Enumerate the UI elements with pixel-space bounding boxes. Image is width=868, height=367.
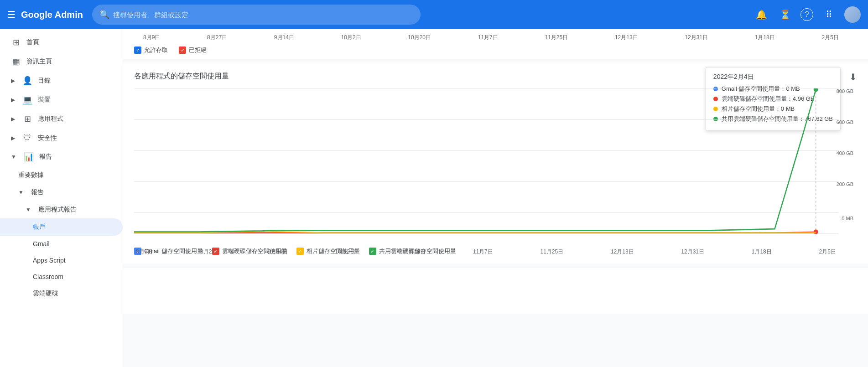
sidebar-item-label: 帳戶	[33, 223, 46, 231]
top-chart-legend: ✓ 允許存取 ✓ 已拒絕	[134, 46, 857, 54]
page-layout: ⊞ 首頁 ▦ 資訊主頁 ▶ 👤 目錄 ▶ 💻 裝置 ▶ ⊞ 應用程式 ▶ 🛡 安…	[0, 29, 868, 367]
search-input[interactable]	[113, 11, 413, 19]
app-logo: Google Admin	[21, 10, 83, 20]
topnav: ☰ Google Admin 🔍 🔔 ⏳ ? ⠿	[0, 0, 868, 29]
expand-icon: ▶	[11, 97, 15, 103]
main-content: 8月9日 8月27日 9月14日 10月2日 10月20日 11月7日 11月2…	[123, 29, 868, 367]
y-label-400: 400 GB	[837, 150, 853, 156]
sidebar-item-label: Classroom	[33, 273, 63, 280]
sidebar-item-classroom[interactable]: Classroom	[0, 269, 123, 285]
expand-icon: ▶	[11, 135, 15, 141]
download-button[interactable]: ⬇	[849, 72, 857, 83]
y-label-600: 600 GB	[837, 119, 853, 125]
expand-icon: ▼	[11, 154, 16, 160]
sidebar-item-label: Apps Script	[33, 257, 66, 264]
bottom-section	[123, 268, 868, 314]
chart-svg	[134, 88, 857, 243]
apps-icon: ⊞	[22, 114, 32, 124]
sidebar-item-label: 雲端硬碟	[33, 289, 58, 298]
expand-icon: ▼	[26, 207, 31, 213]
legend-allow-label: 允許存取	[144, 46, 168, 54]
storage-chart-section: 各應用程式的儲存空間使用量 ⬇ 2022年2月4日 Gmail 儲存空間使用量：…	[123, 62, 868, 264]
y-label-800: 800 GB	[837, 88, 853, 94]
sidebar-item-devices[interactable]: ▶ 💻 裝置	[0, 90, 123, 109]
menu-icon[interactable]: ☰	[7, 9, 16, 20]
sidebar-item-label: 資訊主頁	[26, 57, 52, 66]
sidebar-item-cloud-drive[interactable]: 雲端硬碟	[0, 285, 123, 302]
notification-icon[interactable]: 🔔	[753, 6, 769, 23]
sidebar-item-label: Gmail	[33, 240, 50, 248]
timer-icon[interactable]: ⏳	[777, 6, 793, 23]
sidebar-item-label: 裝置	[38, 96, 51, 104]
sidebar-item-gmail[interactable]: Gmail	[0, 236, 123, 252]
sidebar-item-label: 應用程式報告	[38, 206, 77, 214]
directory-icon: 👤	[22, 76, 32, 86]
sidebar-item-apps-script[interactable]: Apps Script	[0, 252, 123, 269]
sidebar-item-dashboard[interactable]: ▦ 資訊主頁	[0, 52, 123, 71]
storage-chart-x-axis: 8月9日 8月27日 9月14日 10月2日 10月20日 11月7日 11月2…	[134, 245, 857, 256]
legend-allow[interactable]: ✓ 允許存取	[134, 46, 168, 54]
sidebar-item-directory[interactable]: ▶ 👤 目錄	[0, 71, 123, 90]
sidebar-item-apps[interactable]: ▶ ⊞ 應用程式	[0, 109, 123, 129]
topnav-right: 🔔 ⏳ ? ⠿	[753, 6, 861, 23]
svg-point-7	[814, 229, 818, 234]
sidebar-item-home[interactable]: ⊞ 首頁	[0, 33, 123, 52]
sidebar-item-reports[interactable]: ▼ 📊 報告	[0, 147, 123, 166]
sidebar-item-label: 報告	[39, 153, 52, 161]
sidebar-item-label: 安全性	[38, 134, 57, 142]
top-chart-section: 8月9日 8月27日 9月14日 10月2日 10月20日 11月7日 11月2…	[123, 29, 868, 59]
apps-icon[interactable]: ⠿	[821, 6, 837, 23]
legend-deny[interactable]: ✓ 已拒絕	[179, 46, 207, 54]
user-avatar[interactable]	[844, 6, 861, 23]
sidebar-item-label: 應用程式	[38, 115, 63, 123]
tooltip-date: 2022年2月4日	[713, 73, 833, 81]
sidebar-item-label: 首頁	[26, 38, 39, 47]
sidebar-item-label: 目錄	[38, 77, 51, 85]
sidebar-item-label: 重要數據	[18, 171, 44, 179]
sidebar-item-security[interactable]: ▶ 🛡 安全性	[0, 129, 123, 147]
expand-icon: ▼	[18, 189, 24, 196]
sidebar-item-label: 報告	[31, 188, 44, 196]
chart-canvas-area: 800 GB 600 GB 400 GB 200 GB 0 MB	[134, 88, 857, 243]
search-bar[interactable]: 🔍	[92, 5, 421, 25]
svg-point-8	[814, 88, 818, 92]
sidebar-item-report-sub[interactable]: ▼ 報告	[0, 184, 123, 201]
sidebar-item-app-reports[interactable]: ▼ 應用程式報告	[0, 201, 123, 218]
top-chart-x-axis: 8月9日 8月27日 9月14日 10月2日 10月20日 11月7日 11月2…	[134, 34, 857, 41]
deny-checkbox[interactable]: ✓	[179, 47, 186, 54]
search-icon: 🔍	[99, 10, 109, 20]
sidebar-item-important-data[interactable]: 重要數據	[0, 166, 123, 184]
devices-icon: 💻	[22, 95, 32, 105]
help-icon[interactable]: ?	[800, 8, 813, 21]
sidebar: ⊞ 首頁 ▦ 資訊主頁 ▶ 👤 目錄 ▶ 💻 裝置 ▶ ⊞ 應用程式 ▶ 🛡 安…	[0, 29, 123, 367]
security-icon: 🛡	[22, 133, 32, 143]
expand-icon: ▶	[11, 116, 15, 122]
sidebar-item-accounts[interactable]: 帳戶	[0, 218, 123, 236]
legend-deny-label: 已拒絕	[189, 46, 207, 54]
home-icon: ⊞	[11, 37, 21, 47]
y-label-200: 200 GB	[837, 181, 853, 187]
reports-icon: 📊	[24, 152, 34, 162]
y-label-0: 0 MB	[842, 216, 853, 221]
expand-icon: ▶	[11, 78, 15, 84]
dashboard-icon: ▦	[11, 57, 21, 67]
allow-checkbox[interactable]: ✓	[134, 47, 141, 54]
